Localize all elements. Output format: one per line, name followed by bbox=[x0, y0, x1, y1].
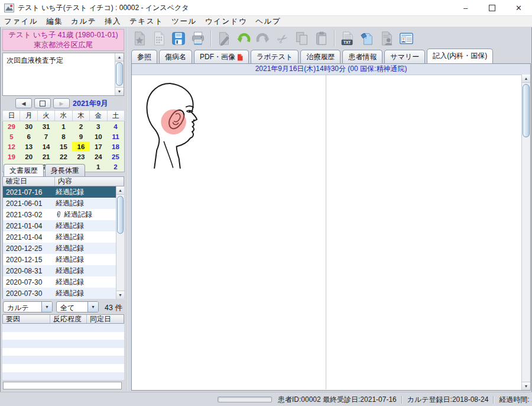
calendar-next-button[interactable]: ▶ bbox=[53, 98, 70, 108]
save-button[interactable] bbox=[170, 30, 187, 48]
tab-entry[interactable]: 記入(内科・国保) bbox=[427, 49, 493, 63]
fill-color-button[interactable] bbox=[358, 30, 376, 48]
new-document-button[interactable] bbox=[131, 30, 148, 48]
calendar-day[interactable]: 17 bbox=[90, 141, 107, 152]
scroll-down-icon[interactable]: ▼ bbox=[116, 291, 124, 299]
cut-button[interactable]: ✂ bbox=[274, 30, 291, 48]
calendar-day[interactable]: 18 bbox=[107, 141, 124, 152]
left-panel-bottom-field[interactable] bbox=[3, 382, 122, 389]
calendar-day[interactable]: 22 bbox=[55, 152, 72, 162]
calendar-day[interactable]: 13 bbox=[20, 141, 37, 152]
maximize-button[interactable] bbox=[479, 0, 505, 15]
doc-list-row[interactable]: 2021-07-16経過記録 bbox=[3, 186, 116, 198]
calendar-day[interactable]: 15 bbox=[55, 141, 72, 152]
export-text-button[interactable]: TXT bbox=[339, 30, 356, 48]
karte-scrollbar[interactable]: ▲ ▼ bbox=[521, 75, 530, 390]
tab-reference[interactable]: 参照 bbox=[131, 50, 157, 63]
calendar-prev-button[interactable]: ◀ bbox=[15, 98, 32, 108]
calendar-day[interactable]: 31 bbox=[37, 121, 54, 132]
insurance-card-button[interactable] bbox=[397, 30, 415, 48]
tab-pdf-image[interactable]: PDF・画像 bbox=[194, 50, 249, 63]
calendar-day[interactable]: 2 bbox=[107, 162, 124, 172]
doc-list-row[interactable]: 2021-01-04経過記録 bbox=[3, 220, 116, 231]
doc-list-row[interactable]: 2021-03-02経過記録 bbox=[3, 209, 116, 220]
calendar-day[interactable]: 4 bbox=[107, 121, 124, 132]
scroll-down-icon[interactable]: ▼ bbox=[115, 87, 124, 95]
tab-lab-test[interactable]: ラボテスト bbox=[251, 50, 299, 63]
calendar-day[interactable]: 1 bbox=[90, 162, 107, 172]
column-content[interactable]: 内容 bbox=[55, 177, 124, 186]
column-identified-date[interactable]: 同定日 bbox=[87, 315, 124, 323]
column-factor[interactable]: 要因 bbox=[3, 315, 50, 323]
menu-tools[interactable]: ツール bbox=[167, 17, 201, 27]
doc-list-row[interactable]: 2021-01-04経過記録 bbox=[3, 231, 116, 243]
doc-list-scrollbar[interactable]: ▲ ▼ bbox=[116, 186, 124, 299]
scroll-up-icon[interactable]: ▲ bbox=[522, 75, 530, 83]
doc-list-row[interactable]: 2020-12-25経過記録 bbox=[3, 243, 116, 254]
print-button[interactable] bbox=[189, 30, 207, 48]
tab-diagnosis[interactable]: 傷病名 bbox=[159, 50, 192, 63]
tab-summary[interactable]: サマリー bbox=[384, 50, 425, 63]
undo-button[interactable] bbox=[235, 30, 252, 48]
scroll-up-icon[interactable]: ▲ bbox=[115, 53, 124, 62]
menu-text[interactable]: テキスト bbox=[125, 17, 167, 27]
scrollbar-thumb[interactable] bbox=[117, 196, 124, 234]
calendar-day[interactable]: 11 bbox=[107, 131, 124, 141]
scrollbar-thumb[interactable] bbox=[116, 62, 123, 86]
stamp-button[interactable] bbox=[378, 30, 395, 48]
column-confirm-date[interactable]: 確定日 bbox=[3, 177, 55, 186]
karte-document[interactable]: 2021年9月16日(木)14時30分 (00 国保:精神通院) ▲ ▼ bbox=[131, 63, 531, 391]
column-severity[interactable]: 反応程度 bbox=[50, 315, 87, 323]
calendar-day[interactable]: 6 bbox=[20, 131, 37, 141]
scroll-down-icon[interactable]: ▼ bbox=[522, 382, 530, 390]
tab-treatment-history[interactable]: 治療履歴 bbox=[300, 50, 340, 63]
menu-file[interactable]: ファイル bbox=[0, 17, 42, 27]
calendar-day[interactable]: 5 bbox=[3, 131, 20, 141]
menu-insert[interactable]: 挿入 bbox=[100, 17, 125, 27]
paste-button[interactable] bbox=[313, 30, 330, 48]
calendar-day[interactable]: 1 bbox=[55, 121, 72, 132]
menu-window[interactable]: ウインドウ bbox=[201, 17, 251, 27]
document-list-button[interactable] bbox=[150, 30, 168, 48]
calendar-day[interactable]: 14 bbox=[37, 141, 54, 152]
redo-button[interactable] bbox=[254, 30, 272, 48]
calendar-day[interactable]: 3 bbox=[90, 121, 107, 132]
memo-scrollbar[interactable]: ▲ ▼ bbox=[115, 53, 124, 95]
tab-doc-history[interactable]: 文書履歴 bbox=[4, 164, 44, 176]
calendar-day[interactable]: 29 bbox=[3, 121, 20, 132]
menu-help[interactable]: ヘルプ bbox=[251, 17, 285, 27]
calendar-day[interactable]: 19 bbox=[3, 152, 20, 162]
minimize-button[interactable]: – bbox=[452, 0, 479, 15]
menu-karte[interactable]: カルテ bbox=[67, 17, 100, 27]
calendar-day[interactable]: 20 bbox=[20, 152, 37, 162]
calendar-day[interactable]: 8 bbox=[55, 131, 72, 141]
doc-scope-select[interactable]: 全て ▼ bbox=[56, 301, 99, 312]
doc-list-row[interactable]: 2020-12-15経過記録 bbox=[3, 254, 116, 265]
doc-list-row[interactable]: 2020-08-31経過記録 bbox=[3, 265, 116, 276]
calendar-day[interactable]: 25 bbox=[107, 152, 124, 162]
scrollbar-thumb[interactable] bbox=[523, 84, 530, 137]
patient-memo-input[interactable]: 次回血液検査予定 ▲ ▼ bbox=[2, 53, 124, 96]
calendar-day[interactable]: 23 bbox=[72, 152, 89, 162]
calendar-day[interactable]: 9 bbox=[72, 131, 89, 141]
calendar-day[interactable]: 30 bbox=[20, 121, 37, 132]
menu-edit[interactable]: 編集 bbox=[42, 17, 67, 27]
calendar-current-month-button[interactable] bbox=[34, 98, 51, 108]
doc-list-row[interactable]: 2020-07-30経過記録 bbox=[3, 276, 116, 288]
calendar-day[interactable]: 10 bbox=[90, 131, 107, 141]
scroll-up-icon[interactable]: ▲ bbox=[116, 186, 124, 195]
calendar-day[interactable]: 21 bbox=[37, 152, 54, 162]
doc-list-row[interactable]: 2020-07-30経過記録 bbox=[3, 288, 116, 299]
calendar-day[interactable]: 16 bbox=[72, 141, 89, 152]
calendar-day[interactable]: 24 bbox=[90, 152, 107, 162]
calendar-day[interactable]: 2 bbox=[72, 121, 89, 132]
tab-height-weight[interactable]: 身長体重 bbox=[45, 164, 85, 176]
tab-patient-info[interactable]: 患者情報 bbox=[342, 50, 382, 63]
close-button[interactable]: ✕ bbox=[505, 0, 532, 15]
calendar-day[interactable]: 7 bbox=[37, 131, 54, 141]
copy-button[interactable] bbox=[293, 30, 311, 48]
doc-list-row[interactable]: 2021-06-01経過記録 bbox=[3, 198, 116, 209]
calendar-day[interactable]: 12 bbox=[3, 141, 20, 152]
doc-type-select[interactable]: カルテ ▼ bbox=[3, 301, 53, 312]
edit-document-button[interactable] bbox=[215, 30, 233, 48]
